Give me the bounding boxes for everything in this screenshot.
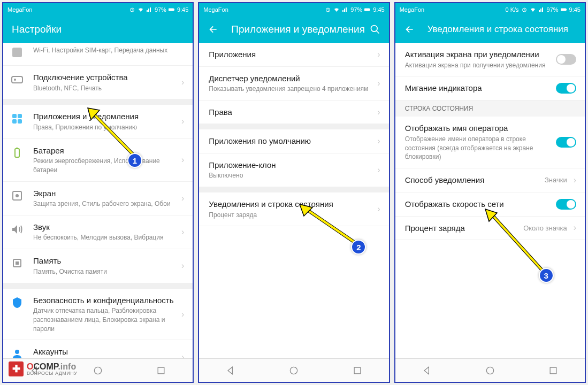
toggle-led-blink[interactable] — [556, 83, 576, 94]
nav-home[interactable] — [288, 365, 299, 376]
svg-rect-15 — [16, 261, 19, 265]
battery-icon — [169, 6, 175, 13]
svg-rect-19 — [158, 367, 164, 374]
wifi-icon — [530, 6, 536, 13]
item-show-carrier[interactable]: Отображать имя оператораОтображение имен… — [395, 117, 585, 168]
search-button[interactable] — [370, 24, 380, 35]
signal-icon — [146, 6, 152, 13]
item-screen-activate[interactable]: Активация экрана при уведомленииАктиваци… — [395, 43, 585, 76]
settings-list[interactable]: Wi-Fi, Настройки SIM-карт, Передача данн… — [3, 43, 193, 358]
item-show-speed[interactable]: Отображать скорость сети — [395, 192, 585, 217]
settings-item-wireless[interactable]: Wi-Fi, Настройки SIM-карт, Передача данн… — [3, 43, 193, 66]
header-title: Настройки — [12, 24, 62, 35]
toggle-show-carrier[interactable] — [556, 137, 576, 148]
svg-rect-8 — [12, 119, 17, 124]
settings-item-connection[interactable]: Подключение устройстваBluetooth, NFC, Пе… — [3, 66, 193, 99]
nav-back[interactable] — [422, 365, 432, 376]
back-button[interactable] — [208, 24, 218, 35]
security-icon — [11, 296, 24, 309]
settings-item-accounts[interactable]: АккаунтыДобавление/управление аккаунтами… — [3, 340, 193, 358]
chevron-right-icon: › — [377, 136, 380, 146]
item-app-clone[interactable]: Приложение-клонВыключено › — [199, 153, 388, 187]
back-button[interactable] — [404, 24, 415, 35]
wifi-icon — [138, 6, 144, 13]
settings-item-security[interactable]: Безопасность и конфиденциальностьДатчик … — [3, 289, 193, 341]
chevron-right-icon: › — [377, 165, 380, 175]
item-notif-manager[interactable]: Диспетчер уведомленийПоказывать уведомле… — [199, 67, 388, 101]
connection-icon — [11, 73, 24, 86]
section-statusbar: СТРОКА СОСТОЯНИЯ — [395, 101, 585, 117]
status-bar: MegaFon 97% 9:45 — [199, 3, 388, 16]
display-icon — [11, 189, 24, 202]
item-notif-method[interactable]: Способ уведомления Значки › — [395, 168, 585, 192]
chevron-right-icon: › — [181, 194, 184, 203]
battery-percent: 97% — [155, 6, 166, 13]
notif-header: Уведомления и строка состояния — [395, 16, 585, 43]
item-notif-statusbar[interactable]: Уведомления и строка состоянияПроцент за… — [199, 192, 388, 226]
nav-bar — [395, 358, 585, 382]
status-bar: MegaFon 97% 9:45 — [3, 3, 193, 16]
settings-item-memory[interactable]: ПамятьПамять, Очистка памяти › — [3, 249, 193, 283]
item-led-blink[interactable]: Мигание индикатора — [395, 76, 585, 101]
signal-icon — [342, 6, 348, 13]
nav-home[interactable] — [93, 365, 103, 376]
nav-recent[interactable] — [352, 365, 363, 376]
battery-percent: 97% — [547, 6, 559, 13]
nav-home[interactable] — [485, 365, 495, 376]
apps-list[interactable]: Приложения › Диспетчер уведомленийПоказы… — [199, 43, 388, 358]
item-apps[interactable]: Приложения › — [199, 43, 388, 67]
svg-rect-7 — [18, 114, 22, 118]
chevron-right-icon: › — [377, 107, 380, 117]
apps-icon — [11, 112, 24, 125]
svg-rect-25 — [354, 367, 361, 374]
svg-rect-21 — [364, 9, 370, 11]
item-battery-percent[interactable]: Процент заряда Около значка › — [395, 217, 585, 241]
time-label: 9:45 — [569, 6, 581, 13]
chevron-right-icon: › — [181, 227, 184, 237]
wireless-icon — [11, 46, 24, 59]
svg-point-5 — [14, 79, 16, 81]
battery-percent: 97% — [350, 6, 362, 13]
speed-label: 0 K/s — [505, 6, 518, 13]
chevron-right-icon: › — [181, 261, 184, 271]
nav-back[interactable] — [225, 365, 236, 376]
alarm-icon — [129, 6, 135, 13]
apps-header: Приложения и уведомления — [199, 16, 388, 43]
settings-item-display[interactable]: ЭкранЗащита зрения, Стиль рабочего экран… — [3, 182, 193, 215]
chevron-right-icon: › — [181, 310, 184, 319]
svg-point-16 — [15, 350, 19, 354]
svg-point-23 — [371, 26, 377, 32]
settings-header: Настройки — [3, 16, 193, 43]
chevron-right-icon: › — [377, 50, 380, 59]
chevron-right-icon: › — [181, 78, 184, 87]
settings-item-battery[interactable]: БатареяРежим энергосбережения, Использов… — [3, 139, 193, 182]
carrier-label: MegaFon — [203, 6, 228, 13]
svg-rect-27 — [561, 9, 566, 11]
chevron-right-icon: › — [181, 352, 184, 358]
battery-settings-icon — [11, 147, 24, 159]
notif-list[interactable]: Активация экрана при уведомленииАктиваци… — [395, 43, 585, 358]
status-bar: MegaFon 0 K/s 97% 9:45 — [395, 3, 585, 16]
item-default-apps[interactable]: Приложения по умолчанию › — [199, 129, 388, 153]
status-icons: 97% 9:45 — [325, 6, 384, 13]
chevron-right-icon: › — [574, 223, 576, 233]
badge-1: 1 — [127, 153, 142, 168]
phone-screen-2: MegaFon 97% 9:45 Приложения и уведомлени… — [198, 2, 390, 383]
accounts-icon — [11, 348, 24, 358]
item-permissions[interactable]: Права › — [199, 101, 388, 125]
svg-rect-1 — [169, 9, 174, 11]
header-title: Уведомления и строка состояния — [427, 24, 568, 35]
svg-point-29 — [486, 367, 493, 374]
settings-item-apps[interactable]: Приложения и уведомленияПрава, Приложени… — [3, 105, 193, 138]
header-title: Приложения и уведомления — [231, 24, 365, 35]
settings-item-sound[interactable]: ЗвукНе беспокоить, Мелодия вызова, Вибра… — [3, 215, 193, 249]
alarm-icon — [325, 6, 331, 13]
status-icons: 97% 9:45 — [129, 6, 188, 13]
nav-recent[interactable] — [156, 365, 166, 376]
carrier-label: MegaFon — [7, 6, 32, 13]
nav-recent[interactable] — [548, 365, 559, 376]
toggle-show-speed[interactable] — [556, 199, 576, 210]
toggle-screen-activate[interactable] — [556, 54, 576, 65]
svg-rect-3 — [12, 48, 22, 57]
svg-rect-2 — [174, 9, 174, 11]
